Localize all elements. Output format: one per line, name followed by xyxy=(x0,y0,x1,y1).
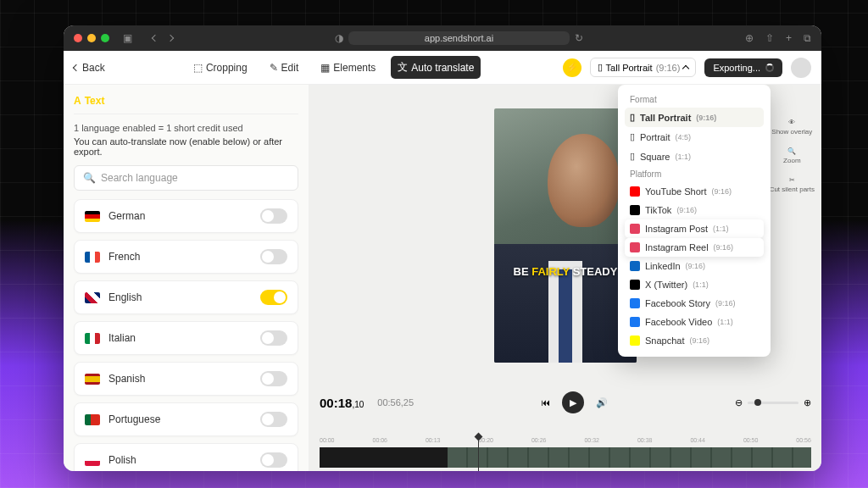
cropping-button[interactable]: ⬚ Cropping xyxy=(186,58,254,78)
playhead[interactable] xyxy=(478,437,479,471)
language-name: Portuguese xyxy=(108,413,252,425)
rect-icon: ▯ xyxy=(630,151,635,162)
platform-option[interactable]: X (Twitter) (1:1) xyxy=(625,275,764,294)
text-icon: A xyxy=(74,95,81,107)
platform-option[interactable]: Facebook Story (9:16) xyxy=(625,294,764,313)
zoom-button[interactable]: 🔍Zoom xyxy=(770,147,815,164)
platform-option[interactable]: TikTok (9:16) xyxy=(625,201,764,219)
share-icon[interactable]: ⇧ xyxy=(765,32,774,44)
language-row: Spanish xyxy=(74,362,298,396)
timeline-clip[interactable] xyxy=(448,447,811,468)
download-icon[interactable]: ⊕ xyxy=(745,32,754,44)
close-icon[interactable] xyxy=(74,34,82,42)
app-window: ▣ ◑ app.sendshort.ai ↻ ⊕ ⇧ + ⧉ Back ⬚ Cr… xyxy=(64,25,821,471)
platform-option[interactable]: Snapchat (9:16) xyxy=(625,331,764,350)
platform-option[interactable]: Instagram Reel (9:16) xyxy=(625,238,764,257)
language-toggle[interactable] xyxy=(260,452,287,468)
platform-option[interactable]: Instagram Post (1:1) xyxy=(625,219,764,238)
platform-option[interactable]: YouTube Short (9:16) xyxy=(625,182,764,201)
search-input[interactable]: 🔍 Search language xyxy=(74,165,298,191)
language-name: Polish xyxy=(108,454,252,466)
sidebar-toggle-icon[interactable]: ▣ xyxy=(123,32,132,44)
tab-text[interactable]: A Text xyxy=(74,95,298,107)
format-selector[interactable]: ▯ Tall Portrait (9:16) xyxy=(590,58,697,77)
new-tab-icon[interactable]: + xyxy=(786,32,792,44)
language-toggle[interactable] xyxy=(260,371,287,386)
flag-icon xyxy=(85,333,100,344)
language-name: French xyxy=(108,251,252,263)
caption-overlay: BE FAIRLY STEADY xyxy=(494,265,637,278)
magnifier-icon: 🔍 xyxy=(787,147,796,155)
edit-button[interactable]: ✎ Edit xyxy=(263,58,306,78)
ruler-tick: 00:38 xyxy=(637,437,653,446)
format-option[interactable]: ▯Square (1:1) xyxy=(625,147,764,166)
ruler-tick: 00:00 xyxy=(320,437,335,446)
language-row: German xyxy=(74,199,298,233)
language-row: Portuguese xyxy=(74,402,298,436)
flag-icon xyxy=(85,292,100,303)
cut-silent-button[interactable]: ✂Cut silent parts xyxy=(770,176,815,193)
search-icon: 🔍 xyxy=(83,172,96,184)
language-toggle[interactable] xyxy=(260,290,287,305)
ruler-tick: 00:13 xyxy=(426,437,441,446)
ruler-tick: 00:06 xyxy=(372,437,387,446)
auto-translate-button[interactable]: 文 Auto translate xyxy=(391,56,481,79)
platform-icon xyxy=(630,317,640,327)
dropdown-section-platform: Platform xyxy=(625,166,764,182)
timeline-gap xyxy=(320,447,448,468)
browser-titlebar: ▣ ◑ app.sendshort.ai ↻ ⊕ ⇧ + ⧉ xyxy=(64,25,821,51)
current-time: 00:18,10 xyxy=(320,396,364,410)
export-button[interactable]: Exporting... xyxy=(704,58,782,77)
zoom-out-button[interactable]: ⊖ xyxy=(735,397,743,408)
shield-icon: ◑ xyxy=(335,32,343,44)
reload-icon[interactable]: ↻ xyxy=(575,32,583,44)
language-toggle[interactable] xyxy=(260,249,287,264)
nav-back-icon[interactable] xyxy=(152,35,159,42)
flag-icon xyxy=(85,252,100,263)
play-button[interactable]: ▶ xyxy=(562,391,584,413)
translate-info: You can auto-translate now (enable below… xyxy=(74,136,298,157)
zoom-slider[interactable] xyxy=(748,402,798,404)
rect-icon: ▯ xyxy=(630,112,635,123)
format-option[interactable]: ▯Tall Portrait (9:16) xyxy=(625,108,764,127)
address-bar[interactable]: app.sendshort.ai xyxy=(348,31,570,45)
ruler-tick: 00:26 xyxy=(531,437,547,446)
language-toggle[interactable] xyxy=(260,208,287,224)
app-toolbar: Back ⬚ Cropping ✎ Edit ▦ Elements 文 Auto… xyxy=(64,51,821,85)
translate-icon: 文 xyxy=(398,60,408,75)
platform-option[interactable]: Facebook Video (1:1) xyxy=(625,313,764,331)
elements-button[interactable]: ▦ Elements xyxy=(314,58,382,78)
credits-badge[interactable]: ⚡ xyxy=(563,58,581,77)
bolt-icon: ⚡ xyxy=(566,62,578,73)
platform-icon xyxy=(630,242,640,252)
maximize-icon[interactable] xyxy=(101,34,109,42)
language-name: Spanish xyxy=(108,373,252,385)
dropdown-section-format: Format xyxy=(625,92,764,108)
video-preview[interactable]: BE FAIRLY STEADY xyxy=(494,108,637,363)
platform-icon xyxy=(630,186,640,197)
platform-icon xyxy=(630,280,640,290)
format-option[interactable]: ▯Portrait (4:5) xyxy=(625,127,764,147)
nav-forward-icon[interactable] xyxy=(167,35,174,42)
language-toggle[interactable] xyxy=(260,330,287,346)
language-row: French xyxy=(74,240,298,274)
prev-button[interactable]: ⏮ xyxy=(541,397,550,408)
language-row: English xyxy=(74,280,298,314)
ruler-tick: 00:56 xyxy=(796,437,811,446)
grid-icon: ▦ xyxy=(320,62,330,74)
language-toggle[interactable] xyxy=(260,412,287,427)
sidebar: A Text 1 language enabled = 1 short cred… xyxy=(64,85,309,471)
crop-icon: ⬚ xyxy=(193,62,203,74)
scissors-icon: ✂ xyxy=(789,176,795,184)
platform-option[interactable]: LinkedIn (9:16) xyxy=(625,257,764,275)
minimize-icon[interactable] xyxy=(87,34,96,42)
show-overlay-button[interactable]: 👁Show overlay xyxy=(770,119,815,136)
zoom-in-button[interactable]: ⊕ xyxy=(804,397,811,408)
avatar[interactable] xyxy=(791,58,811,78)
tabs-icon[interactable]: ⧉ xyxy=(804,32,811,44)
chevron-up-icon xyxy=(682,64,689,71)
volume-button[interactable]: 🔊 xyxy=(596,397,608,408)
back-button[interactable]: Back xyxy=(74,62,105,74)
format-dropdown: Format ▯Tall Portrait (9:16)▯Portrait (4… xyxy=(618,85,771,357)
timeline[interactable]: 00:0000:0600:1300:2000:2600:3200:3800:44… xyxy=(309,437,821,471)
